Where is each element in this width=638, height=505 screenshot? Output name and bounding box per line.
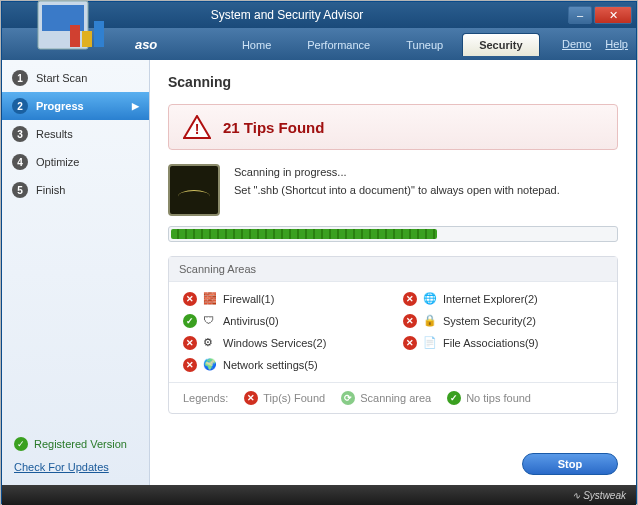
step-number: 4 xyxy=(12,154,28,170)
step-number: 5 xyxy=(12,182,28,198)
svg-text:!: ! xyxy=(195,121,200,137)
step-start-scan[interactable]: 1Start Scan xyxy=(2,64,149,92)
close-button[interactable]: ✕ xyxy=(594,6,632,24)
scanning-areas-box: Scanning Areas ✕🧱Firewall(1) ✕🌐Internet … xyxy=(168,256,618,414)
header-links: Demo Help xyxy=(562,38,628,50)
area-ie: ✕🌐Internet Explorer(2) xyxy=(403,292,603,306)
product-boxart xyxy=(32,0,112,55)
scan-status-line: Scanning in progress... xyxy=(234,164,560,182)
area-antivirus: ✓🛡Antivirus(0) xyxy=(183,314,383,328)
status-error-icon: ✕ xyxy=(244,391,258,405)
footer-bar: ∿ Systweak xyxy=(2,485,636,505)
svg-rect-4 xyxy=(94,21,104,47)
scan-detail-line: Set ".shb (Shortcut into a document)" to… xyxy=(234,182,560,200)
sidebar: 1Start Scan 2Progress▶ 3Results 4Optimiz… xyxy=(2,60,150,485)
antivirus-icon: 🛡 xyxy=(203,314,217,328)
footer-brand: ∿ Systweak xyxy=(572,490,626,501)
page-title: Scanning xyxy=(168,74,618,90)
status-error-icon: ✕ xyxy=(403,292,417,306)
services-icon: ⚙ xyxy=(203,336,217,350)
demo-link[interactable]: Demo xyxy=(562,38,591,50)
status-error-icon: ✕ xyxy=(403,336,417,350)
svg-rect-2 xyxy=(70,25,80,47)
step-progress[interactable]: 2Progress▶ xyxy=(2,92,149,120)
legend-tips: ✕Tip(s) Found xyxy=(244,391,325,405)
lock-icon: 🔒 xyxy=(423,314,437,328)
status-error-icon: ✕ xyxy=(403,314,417,328)
check-icon: ✓ xyxy=(14,437,28,451)
step-number: 3 xyxy=(12,126,28,142)
scan-oscilloscope-icon xyxy=(168,164,220,216)
tips-count: 21 Tips Found xyxy=(223,119,324,136)
areas-header: Scanning Areas xyxy=(169,257,617,282)
body: 1Start Scan 2Progress▶ 3Results 4Optimiz… xyxy=(2,60,636,485)
tips-alert: ! 21 Tips Found xyxy=(168,104,618,150)
legend-scanning: ⟳Scanning area xyxy=(341,391,431,405)
step-number: 1 xyxy=(12,70,28,86)
area-services: ✕⚙Windows Services(2) xyxy=(183,336,383,350)
step-finish[interactable]: 5Finish xyxy=(2,176,149,204)
sidebar-footer: ✓Registered Version Check For Updates xyxy=(2,429,149,481)
network-icon: 🌍 xyxy=(203,358,217,372)
legends-label: Legends: xyxy=(183,392,228,404)
step-label: Finish xyxy=(36,184,65,196)
progress-fill xyxy=(171,229,437,239)
ie-icon: 🌐 xyxy=(423,292,437,306)
progress-bar xyxy=(168,226,618,242)
areas-grid: ✕🧱Firewall(1) ✕🌐Internet Explorer(2) ✓🛡A… xyxy=(169,282,617,382)
step-label: Optimize xyxy=(36,156,79,168)
area-system-security: ✕🔒System Security(2) xyxy=(403,314,603,328)
tab-performance[interactable]: Performance xyxy=(290,33,387,56)
brand-label: aso xyxy=(135,37,205,52)
help-link[interactable]: Help xyxy=(605,38,628,50)
tab-security[interactable]: Security xyxy=(462,33,539,56)
app-window: System and Security Advisor – ✕ aso Home… xyxy=(1,1,637,504)
legends-row: Legends: ✕Tip(s) Found ⟳Scanning area ✓N… xyxy=(169,382,617,413)
status-error-icon: ✕ xyxy=(183,292,197,306)
step-optimize[interactable]: 4Optimize xyxy=(2,148,149,176)
check-updates-link[interactable]: Check For Updates xyxy=(14,461,137,473)
file-icon: 📄 xyxy=(423,336,437,350)
registered-status: ✓Registered Version xyxy=(14,437,137,451)
area-firewall: ✕🧱Firewall(1) xyxy=(183,292,383,306)
window-controls: – ✕ xyxy=(568,6,632,24)
step-label: Results xyxy=(36,128,73,140)
stop-button[interactable]: Stop xyxy=(522,453,618,475)
svg-rect-3 xyxy=(82,31,92,47)
step-number: 2 xyxy=(12,98,28,114)
tab-home[interactable]: Home xyxy=(225,33,288,56)
firewall-icon: 🧱 xyxy=(203,292,217,306)
main-panel: Scanning ! 21 Tips Found Scanning in pro… xyxy=(150,60,636,485)
status-ok-icon: ✓ xyxy=(183,314,197,328)
step-label: Start Scan xyxy=(36,72,87,84)
area-file-assoc: ✕📄File Associations(9) xyxy=(403,336,603,350)
legend-none: ✓No tips found xyxy=(447,391,531,405)
chevron-right-icon: ▶ xyxy=(132,101,139,111)
warning-icon: ! xyxy=(183,115,211,139)
status-error-icon: ✕ xyxy=(183,336,197,350)
status-scanning-icon: ⟳ xyxy=(341,391,355,405)
step-label: Progress xyxy=(36,100,84,112)
minimize-button[interactable]: – xyxy=(568,6,592,24)
scan-text: Scanning in progress... Set ".shb (Short… xyxy=(234,164,560,199)
scan-status-row: Scanning in progress... Set ".shb (Short… xyxy=(168,164,618,216)
step-results[interactable]: 3Results xyxy=(2,120,149,148)
header-bar: aso Home Performance Tuneup Security Dem… xyxy=(2,28,636,60)
status-ok-icon: ✓ xyxy=(447,391,461,405)
tab-tuneup[interactable]: Tuneup xyxy=(389,33,460,56)
main-tabs: Home Performance Tuneup Security xyxy=(225,33,540,56)
status-error-icon: ✕ xyxy=(183,358,197,372)
area-network: ✕🌍Network settings(5) xyxy=(183,358,383,372)
